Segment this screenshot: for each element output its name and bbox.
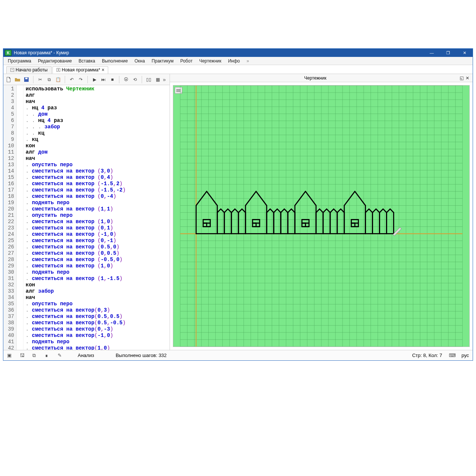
- drawer-pane: Чертежник ◱ ✕: [170, 74, 473, 350]
- layout-a-icon[interactable]: ▯▯: [145, 76, 152, 83]
- tab-start-icon: ~: [10, 68, 14, 72]
- svg-line-145: [288, 209, 291, 212]
- status-icon-kb[interactable]: ⌨: [449, 353, 455, 358]
- menu-drawer[interactable]: Чертежник: [196, 58, 225, 64]
- paste-icon[interactable]: 📋: [54, 76, 62, 83]
- tab-bar: ~ Начало работы 1 Новая программа* ×: [3, 65, 473, 74]
- fold-margin: [17, 85, 23, 350]
- undo-icon[interactable]: ↶: [68, 76, 75, 83]
- app-icon: K: [5, 50, 12, 56]
- tab-program[interactable]: 1 Новая программа* ×: [52, 66, 109, 74]
- stop-icon[interactable]: ■: [109, 76, 116, 83]
- menu-program[interactable]: Программа: [5, 58, 34, 64]
- svg-line-211: [386, 209, 390, 212]
- svg-line-201: [372, 209, 376, 212]
- svg-line-135: [274, 209, 277, 212]
- tab-start-label: Начало работы: [16, 67, 48, 73]
- status-icon-copy[interactable]: ⧉: [32, 353, 38, 358]
- body-split: ✂ ⧉ 📋 ↶ ↷ ▶ ⏭ ■ ⦿ ⟲ ▯▯ ▦ » 1234567891011…: [3, 74, 473, 350]
- code-editor[interactable]: 1234567891011121314151617181920212223242…: [3, 85, 170, 350]
- close-button[interactable]: ✕: [456, 49, 473, 57]
- menu-robot[interactable]: Робот: [177, 58, 196, 64]
- toolbar-overflow-icon[interactable]: »: [163, 77, 168, 83]
- drawer-close-icon[interactable]: ✕: [464, 75, 470, 81]
- menu-bar: Программа Редактирование Вставка Выполне…: [3, 57, 473, 65]
- menu-insert[interactable]: Вставка: [75, 58, 98, 64]
- tool-b-icon[interactable]: ⟲: [131, 76, 139, 83]
- line-gutter: 1234567891011121314151617181920212223242…: [3, 85, 17, 350]
- svg-line-112: [238, 209, 242, 212]
- svg-line-140: [281, 209, 284, 212]
- save-file-icon[interactable]: [23, 76, 30, 83]
- drawer-header: Чертежник ◱ ✕: [170, 74, 473, 82]
- app-window: K Новая программа* - Кумир — ❐ ✕ Програм…: [3, 48, 473, 361]
- status-steps: Выполнено шагов: 332: [116, 353, 167, 358]
- svg-line-173: [330, 209, 334, 212]
- svg-line-178: [337, 209, 341, 212]
- step-icon[interactable]: ⏭: [100, 76, 107, 83]
- maximize-button[interactable]: ❐: [440, 49, 456, 57]
- status-icon-clip[interactable]: ∎: [45, 353, 51, 358]
- drawer-canvas[interactable]: [173, 85, 470, 347]
- menu-practicum[interactable]: Практикум: [149, 58, 177, 64]
- window-title: Новая программа* - Кумир: [14, 50, 424, 55]
- drawing-svg: [173, 86, 469, 347]
- menu-run[interactable]: Выполнение: [99, 58, 131, 64]
- tab-program-label: Новая программа*: [62, 67, 100, 73]
- svg-line-130: [267, 209, 270, 212]
- status-mode: Анализ: [78, 353, 94, 358]
- svg-line-97: [217, 209, 221, 212]
- drawer-title: Чертежник: [172, 75, 459, 81]
- status-icon-term[interactable]: ▣: [7, 353, 13, 358]
- menu-windows[interactable]: Окна: [132, 58, 148, 64]
- svg-rect-1: [25, 78, 28, 79]
- menu-more[interactable]: »: [244, 58, 252, 64]
- editor-pane: ✂ ⧉ 📋 ↶ ↷ ▶ ⏭ ■ ⦿ ⟲ ▯▯ ▦ » 1234567891011…: [3, 74, 170, 350]
- status-icon-save[interactable]: 🖫: [20, 353, 26, 358]
- editor-toolbar: ✂ ⧉ 📋 ↶ ↷ ▶ ⏭ ■ ⦿ ⟲ ▯▯ ▦ »: [3, 74, 170, 85]
- tool-a-icon[interactable]: ⦿: [122, 76, 130, 83]
- new-file-icon[interactable]: [5, 76, 12, 83]
- title-bar: K Новая программа* - Кумир — ❐ ✕: [3, 49, 473, 57]
- status-cursor-pos: Стр: 8, Кол: 7: [412, 353, 442, 358]
- svg-line-206: [379, 209, 383, 212]
- menu-edit[interactable]: Редактирование: [35, 58, 75, 64]
- tab-close-icon[interactable]: ×: [102, 67, 104, 73]
- svg-marker-215: [393, 227, 401, 236]
- run-icon[interactable]: ▶: [91, 76, 98, 83]
- layout-b-icon[interactable]: ▦: [154, 76, 161, 83]
- redo-icon[interactable]: ↷: [77, 76, 84, 83]
- drawer-popout-icon[interactable]: ◱: [459, 75, 464, 81]
- copy-icon[interactable]: ⧉: [45, 76, 53, 83]
- code-area[interactable]: использовать Чертежникалгнач. нц 4 раз. …: [23, 85, 170, 350]
- status-icon-edit[interactable]: ✎: [58, 353, 64, 358]
- open-file-icon[interactable]: [14, 76, 21, 83]
- minimize-button[interactable]: —: [424, 49, 440, 57]
- tab-start[interactable]: ~ Начало работы: [6, 66, 52, 74]
- status-lang: рус: [461, 353, 469, 358]
- cut-icon[interactable]: ✂: [36, 76, 44, 83]
- svg-line-107: [231, 209, 235, 212]
- status-bar: ▣ 🖫 ⧉ ∎ ✎ Анализ Выполнено шагов: 332 Ст…: [3, 350, 473, 360]
- svg-line-168: [323, 209, 327, 212]
- tab-program-icon: 1: [57, 68, 60, 72]
- svg-line-102: [224, 209, 228, 212]
- menu-info[interactable]: Инфо: [225, 58, 243, 64]
